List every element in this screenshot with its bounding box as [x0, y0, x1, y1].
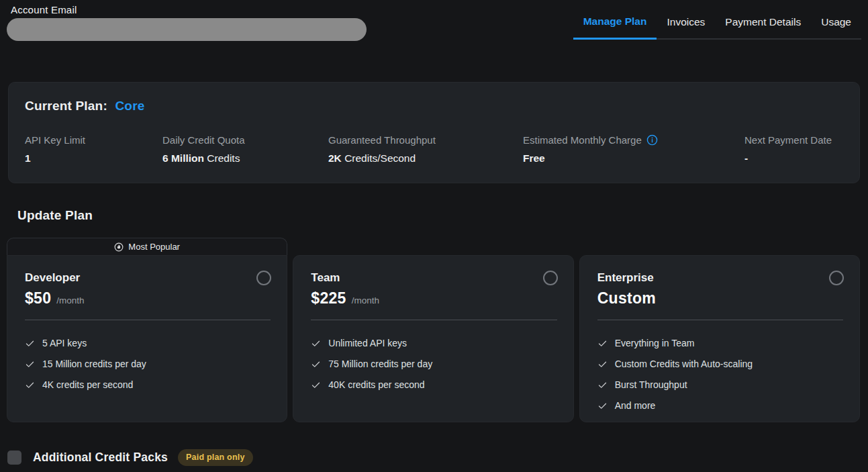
tab-manage-plan[interactable]: Manage Plan	[573, 9, 657, 40]
feature-list: Unlimited API keys 75 Million credits pe…	[311, 338, 557, 390]
stat-value: 1	[25, 152, 162, 164]
band-spacer	[293, 238, 573, 255]
stat-value-rest: Credits	[204, 152, 240, 164]
feature-item: Everything in Team	[597, 338, 843, 348]
check-icon	[597, 380, 608, 390]
feature-item: 5 API keys	[25, 338, 271, 348]
paid-plan-only-badge: Paid plan only	[178, 449, 253, 466]
stat-guaranteed-throughput: Guaranteed Throughput 2K Credits/Second	[328, 134, 523, 164]
feature-text: 15 Million credits per day	[42, 359, 146, 369]
plan-price: $225	[311, 289, 346, 308]
feature-text: And more	[615, 400, 656, 411]
plan-price-row: Custom	[597, 289, 843, 308]
plan-card-developer: Most Popular Developer $50 /month 5 API …	[7, 238, 287, 422]
plan-radio-team[interactable]	[543, 271, 558, 285]
feature-text: Burst Throughput	[615, 379, 687, 390]
stat-label: Estimated Monthly Charge	[523, 134, 744, 146]
check-icon	[597, 401, 608, 411]
feature-item: 4K credits per second	[25, 379, 271, 390]
check-icon	[311, 380, 321, 390]
feature-list: 5 API keys 15 Million credits per day 4K…	[25, 338, 271, 390]
feature-text: Custom Credits with Auto-scaling	[615, 359, 753, 369]
tab-usage[interactable]: Usage	[811, 9, 861, 38]
stat-value-strong: Free	[523, 152, 545, 164]
check-icon	[311, 338, 321, 348]
check-icon	[25, 359, 35, 369]
current-plan-stats: API Key Limit 1 Daily Credit Quota 6 Mil…	[25, 134, 843, 164]
most-popular-band: Most Popular	[7, 238, 287, 255]
feature-text: 5 API keys	[42, 338, 87, 348]
feature-item: Burst Throughput	[597, 379, 843, 390]
stat-value-rest: Credits/Second	[342, 152, 416, 164]
feature-text: 40K credits per second	[328, 379, 424, 390]
account-email-input[interactable]	[7, 18, 367, 41]
stat-value-strong: 6 Million	[162, 152, 204, 164]
divider	[311, 320, 557, 320]
feature-text: 4K credits per second	[42, 379, 133, 390]
plan-card-team: Team $225 /month Unlimited API keys 75 M…	[293, 238, 573, 422]
check-icon	[25, 380, 35, 390]
stat-value-strong: -	[744, 152, 748, 164]
feature-list: Everything in Team Custom Credits with A…	[597, 338, 843, 411]
feature-item: 75 Million credits per day	[311, 359, 557, 369]
plan-cards-row: Most Popular Developer $50 /month 5 API …	[7, 238, 860, 422]
additional-credit-packs-section: Additional Credit Packs Paid plan only	[7, 449, 868, 466]
plan-price: $50	[25, 289, 51, 308]
check-icon	[597, 338, 608, 348]
stat-value-strong: 1	[25, 152, 31, 164]
plan-name: Enterprise	[597, 271, 843, 285]
plan-body-enterprise[interactable]: Enterprise Custom Everything in Team Cus…	[579, 255, 860, 422]
top-bar: Account Email Manage Plan Invoices Payme…	[0, 0, 868, 64]
divider	[25, 320, 271, 320]
update-plan-heading: Update Plan	[17, 208, 868, 223]
feature-text: Everything in Team	[615, 338, 695, 348]
account-email-label: Account Email	[11, 4, 367, 15]
plan-period: /month	[352, 295, 379, 305]
stat-label: API Key Limit	[25, 134, 162, 146]
plan-body-developer[interactable]: Developer $50 /month 5 API keys 15 Milli…	[7, 255, 287, 422]
feature-item: And more	[597, 400, 843, 411]
info-icon[interactable]	[646, 134, 658, 146]
plan-body-team[interactable]: Team $225 /month Unlimited API keys 75 M…	[293, 255, 573, 422]
current-plan-title-prefix: Current Plan:	[25, 99, 107, 113]
stat-value: -	[744, 152, 843, 164]
plan-card-enterprise: Enterprise Custom Everything in Team Cus…	[579, 238, 860, 422]
plan-radio-enterprise[interactable]	[829, 271, 844, 285]
check-icon	[597, 359, 608, 369]
tab-bar: Manage Plan Invoices Payment Details Usa…	[573, 9, 861, 40]
current-plan-name: Core	[115, 99, 144, 113]
stat-value: 2K Credits/Second	[328, 152, 523, 164]
credit-packs-label: Additional Credit Packs	[33, 451, 168, 465]
check-icon	[311, 359, 321, 369]
plan-name: Team	[311, 271, 557, 285]
current-plan-title: Current Plan: Core	[25, 99, 843, 113]
stat-value-strong: 2K	[328, 152, 342, 164]
account-email-block: Account Email	[11, 4, 367, 41]
stat-label: Guaranteed Throughput	[328, 134, 523, 146]
tab-invoices[interactable]: Invoices	[657, 9, 715, 38]
credit-packs-checkbox[interactable]	[7, 451, 21, 465]
divider	[597, 320, 843, 320]
plan-name: Developer	[25, 271, 271, 285]
stat-value: 6 Million Credits	[162, 152, 328, 164]
feature-item: 15 Million credits per day	[25, 359, 271, 369]
stat-label-text: Estimated Monthly Charge	[523, 134, 642, 146]
plan-price-row: $50 /month	[25, 289, 271, 308]
plan-period: /month	[56, 295, 84, 305]
feature-item: Custom Credits with Auto-scaling	[597, 359, 843, 369]
stat-label: Daily Credit Quota	[162, 134, 328, 146]
flame-icon	[114, 242, 124, 252]
stat-value: Free	[523, 152, 744, 164]
tab-payment-details[interactable]: Payment Details	[715, 9, 811, 38]
feature-item: Unlimited API keys	[311, 338, 557, 348]
stat-next-payment-date: Next Payment Date -	[744, 134, 843, 164]
feature-text: 75 Million credits per day	[328, 359, 432, 369]
feature-item: 40K credits per second	[311, 379, 557, 390]
plan-price-row: $225 /month	[311, 289, 557, 308]
stat-api-key-limit: API Key Limit 1	[25, 134, 162, 164]
stat-label: Next Payment Date	[744, 134, 843, 146]
feature-text: Unlimited API keys	[328, 338, 407, 348]
current-plan-card: Current Plan: Core API Key Limit 1 Daily…	[8, 82, 860, 183]
stat-daily-credit-quota: Daily Credit Quota 6 Million Credits	[162, 134, 328, 164]
band-spacer	[579, 238, 860, 255]
